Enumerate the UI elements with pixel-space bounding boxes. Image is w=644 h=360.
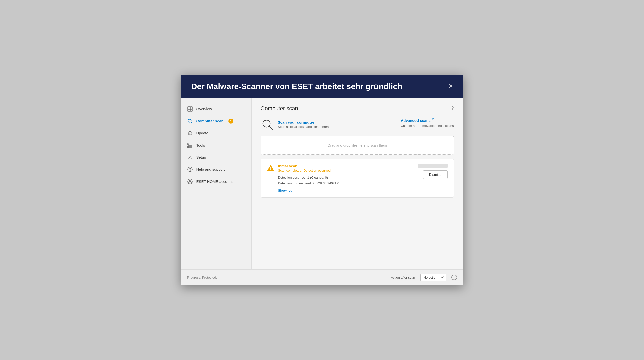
show-log-link[interactable]: Show log	[278, 189, 293, 192]
sidebar-label-overview: Overview	[196, 107, 212, 111]
refresh-icon	[187, 130, 193, 136]
help-icon	[187, 167, 193, 172]
sidebar-item-tools[interactable]: Tools	[181, 139, 251, 151]
sidebar-label-computer-scan: Computer scan	[196, 119, 224, 123]
blurred-info	[418, 164, 448, 168]
svg-rect-1	[190, 107, 192, 109]
dismiss-button[interactable]: Dismiss	[423, 170, 448, 179]
svg-line-5	[191, 122, 192, 123]
gear-icon	[187, 155, 193, 160]
scan-result-info: Initial scan Scan completed: Detection o…	[278, 164, 413, 192]
advanced-scans-link[interactable]: Advanced scans ˅	[401, 118, 454, 123]
svg-point-16	[263, 120, 270, 127]
sidebar-item-update[interactable]: Update	[181, 127, 251, 139]
scan-result-actions: Dismiss	[418, 164, 448, 179]
detection-line2: Detection Engine used: 28728 (20240212)	[278, 181, 413, 186]
sidebar: Overview Computer scan 1	[181, 98, 252, 269]
advanced-scans-description: Custom and removable media scans	[401, 124, 454, 128]
svg-rect-0	[188, 107, 190, 109]
scan-computer-icon	[261, 118, 274, 131]
scan-result-title: Initial scan	[278, 164, 413, 168]
svg-point-13	[190, 170, 190, 171]
svg-point-4	[188, 119, 191, 122]
sidebar-label-eset-home: ESET HOME account	[196, 179, 233, 184]
drop-zone-label: Drag and drop files here to scan them	[328, 143, 387, 147]
sidebar-label-tools: Tools	[196, 143, 205, 147]
tools-icon	[187, 142, 193, 148]
scan-computer-text: Scan your computer Scan all local disks …	[278, 120, 331, 129]
search-icon	[187, 118, 193, 124]
sidebar-label-setup: Setup	[196, 155, 206, 159]
main-panel: Computer scan ? Scan your computer Scan …	[252, 98, 463, 269]
banner-text: Der Malware-Scanner von ESET arbeitet se…	[191, 82, 402, 91]
account-icon	[187, 179, 193, 184]
scan-description: Scan all local disks and clean threats	[278, 125, 331, 129]
svg-point-15	[189, 180, 191, 182]
sidebar-item-eset-home[interactable]: ESET HOME account	[181, 176, 251, 187]
scan-result-details: Detection occurred: 1 (Cleaned: 0) Detec…	[278, 175, 413, 186]
action-after-scan-label: Action after scan	[391, 276, 415, 279]
scan-primary-action: Scan your computer Scan all local disks …	[261, 118, 391, 131]
scan-result-card: ! Initial scan Scan completed: Detection…	[261, 159, 454, 198]
advanced-scans-section: Advanced scans ˅ Custom and removable me…	[401, 118, 454, 128]
svg-point-11	[189, 157, 191, 158]
sidebar-label-update: Update	[196, 131, 208, 135]
scan-result-status: Scan completed: Detection occurred	[278, 169, 413, 172]
layout-icon	[187, 106, 193, 112]
svg-line-17	[269, 126, 273, 130]
close-button[interactable]: ✕	[448, 83, 453, 90]
drop-zone[interactable]: Drag and drop files here to scan them	[261, 136, 454, 155]
main-header: Computer scan ?	[261, 105, 454, 112]
footer-status: Progress. Protected.	[187, 276, 386, 279]
sidebar-item-overview[interactable]: Overview	[181, 103, 251, 115]
chevron-down-icon: ˅	[432, 118, 434, 123]
svg-rect-3	[190, 109, 192, 111]
sidebar-item-setup[interactable]: Setup	[181, 152, 251, 163]
sidebar-item-help-support[interactable]: Help and support	[181, 164, 251, 175]
app-window: Der Malware-Scanner von ESET arbeitet se…	[181, 75, 463, 285]
warning-icon: !	[267, 164, 274, 171]
footer: Progress. Protected. Action after scan N…	[181, 269, 463, 285]
svg-text:!: !	[270, 167, 271, 171]
action-info-icon[interactable]: i	[451, 275, 457, 280]
action-after-scan-select[interactable]: No action Shutdown Restart Sleep	[420, 274, 446, 281]
help-question-icon[interactable]: ?	[451, 106, 454, 111]
detection-line1: Detection occurred: 1 (Cleaned: 0)	[278, 175, 413, 181]
scan-actions-row: Scan your computer Scan all local disks …	[261, 118, 454, 131]
svg-rect-7	[188, 145, 192, 146]
scan-your-computer-link[interactable]: Scan your computer	[278, 120, 331, 124]
sidebar-item-computer-scan[interactable]: Computer scan 1	[181, 115, 251, 127]
app-body: Overview Computer scan 1	[181, 98, 463, 269]
page-title: Computer scan	[261, 105, 298, 112]
sidebar-label-help-support: Help and support	[196, 167, 225, 171]
notification-badge: 1	[228, 119, 233, 124]
svg-rect-2	[188, 109, 190, 111]
promo-banner: Der Malware-Scanner von ESET arbeitet se…	[181, 75, 463, 98]
